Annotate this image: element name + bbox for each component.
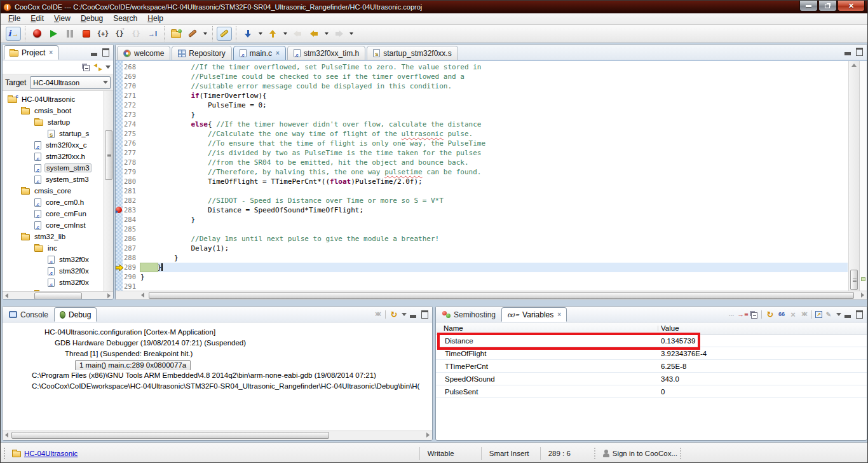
stop-button[interactable] <box>79 27 94 41</box>
tab-variables[interactable]: Variables × <box>501 307 567 322</box>
close-view-icon[interactable]: × <box>557 311 561 318</box>
gutter-cell[interactable] <box>116 205 123 215</box>
maximize-view-button[interactable] <box>854 310 864 319</box>
gutter-cell[interactable] <box>116 215 123 225</box>
column-header-value[interactable]: Value <box>658 324 867 332</box>
collapse-all-icon[interactable] <box>751 312 757 319</box>
variable-row-speedofsound[interactable]: SpeedOfSound343.0 <box>436 373 867 385</box>
gutter-cell[interactable] <box>116 196 123 205</box>
tab-semihosting[interactable]: Semihosting <box>437 307 501 322</box>
code-line-287[interactable]: 287 Delay(1); <box>116 244 848 253</box>
flash-program-button[interactable] <box>185 27 200 41</box>
project-link[interactable]: HC-04Ultrasonic <box>24 450 78 457</box>
line-number[interactable]: 273 <box>123 110 140 120</box>
gutter-cell[interactable] <box>116 110 123 120</box>
remove-all-icon[interactable] <box>799 310 810 319</box>
dropdown-arrow-icon[interactable] <box>349 32 353 35</box>
editor-vscrollbar[interactable] <box>848 61 859 291</box>
gutter-cell[interactable] <box>116 91 123 100</box>
highlight-button[interactable] <box>217 27 232 41</box>
tab-startup-stm32f0xx-s[interactable]: startup_stm32f0xx.s <box>367 46 458 60</box>
maximize-view-button[interactable] <box>100 48 111 57</box>
view-memory-icon[interactable]: 66 <box>776 310 787 319</box>
tree-item-startup[interactable]: startup <box>3 116 113 128</box>
dropdown-arrow-icon[interactable] <box>283 32 287 35</box>
gutter-cell[interactable] <box>116 72 123 81</box>
gutter-cell[interactable] <box>116 244 123 253</box>
code-line-270[interactable]: 270 //suitable error message could be di… <box>116 81 848 91</box>
run-to-line-button[interactable] <box>145 27 160 41</box>
debug-button[interactable] <box>29 27 44 41</box>
code-line-285[interactable]: 285 <box>116 225 848 234</box>
code-line-268[interactable]: 268 //If the timer overflowed, set Pulse… <box>116 62 848 72</box>
open-project-button[interactable] <box>168 27 184 41</box>
sign-in-button[interactable]: Sign in to CooCox... <box>600 443 677 463</box>
forward-button[interactable] <box>331 27 346 41</box>
tree-item-hc-04ultrasonic[interactable]: HC-04Ultrasonic <box>3 93 113 105</box>
tree-item-stm32f0xx-h[interactable]: stm32f0xx.h <box>3 151 113 162</box>
remove-terminated-icon[interactable] <box>373 310 383 319</box>
debug-tree-item[interactable]: C:\CooCox\CoIDE\workspace\HC-04Ultrasoni… <box>3 381 432 392</box>
code-line-289[interactable]: 289 } <box>116 263 848 272</box>
menu-file[interactable]: File <box>3 13 25 24</box>
line-number[interactable]: 280 <box>123 177 140 186</box>
project-tree-hscrollbar[interactable] <box>3 291 113 300</box>
back-disabled-button[interactable] <box>290 27 305 41</box>
code-line-283[interactable]: 283 Distance = SpeedOfSound*TimeOfFlight… <box>116 205 848 215</box>
code-line-281[interactable]: 281 <box>116 186 848 196</box>
gutter-cell[interactable] <box>116 167 123 177</box>
close-tab-icon[interactable]: × <box>276 50 280 57</box>
code-line-275[interactable]: 275 //Calculate the one way time of flig… <box>116 129 848 139</box>
gutter-cell[interactable] <box>116 129 123 139</box>
tree-item-stm32f0x[interactable]: stm32f0x <box>3 265 113 277</box>
close-button[interactable]: ✕ <box>837 1 865 11</box>
debug-tree-item[interactable]: C:\Program Files (x86)\GNU Tools ARM Emb… <box>3 370 432 381</box>
menu-edit[interactable]: Edit <box>25 13 49 24</box>
code-line-269[interactable]: 269 //PulseTime could be checked to see … <box>116 72 848 81</box>
debug-tree-item[interactable]: HC-04Ultrasonic.configuration [Cortex-M … <box>3 327 432 338</box>
tree-item-stm32f0xx-c[interactable]: stm32f0xx_c <box>3 139 113 151</box>
download-code-button[interactable] <box>240 27 255 41</box>
gutter-cell[interactable] <box>116 282 123 291</box>
tree-item-system-stm3[interactable]: system_stm3 <box>3 162 113 174</box>
tab-repository[interactable]: Repository <box>172 46 231 60</box>
edit-icon[interactable]: ✎ <box>824 310 834 319</box>
line-number[interactable]: 286 <box>123 234 140 244</box>
line-number[interactable]: 291 <box>123 282 140 291</box>
variable-row-ttimepercnt[interactable]: TTimePerCnt6.25E-8 <box>436 360 867 373</box>
code-line-273[interactable]: 273 } <box>116 110 848 120</box>
code-line-288[interactable]: 288 } <box>116 253 848 263</box>
dropdown-arrow-icon[interactable] <box>259 32 262 35</box>
gutter-cell[interactable] <box>116 62 123 72</box>
gutter-cell[interactable] <box>116 139 123 148</box>
tree-item-cmsis-boot[interactable]: cmsis_boot <box>3 105 113 116</box>
target-dropdown[interactable]: HC-04Ultrason <box>30 76 111 89</box>
ruler-exec-marker[interactable] <box>861 277 865 281</box>
view-menu-icon[interactable] <box>402 313 407 316</box>
line-number[interactable]: 290 <box>123 272 140 282</box>
line-number[interactable]: 279 <box>123 167 140 177</box>
tab-project[interactable]: Project × <box>4 45 58 60</box>
line-number[interactable]: 287 <box>123 244 140 253</box>
step-return-button[interactable] <box>128 27 144 41</box>
line-number[interactable]: 269 <box>123 72 140 81</box>
code-line-280[interactable]: 280 TimeOfFlight = TTimePerCnt*((float)P… <box>116 177 848 186</box>
code-line-291[interactable]: 291 <box>116 282 848 291</box>
gutter-cell[interactable] <box>116 158 123 167</box>
line-number[interactable]: 283 <box>123 205 140 215</box>
line-number[interactable]: 277 <box>123 148 140 158</box>
new-view-icon[interactable]: ↗ <box>815 311 822 318</box>
code-line-278[interactable]: 278 //from the SR04 to be emitted, hit t… <box>116 158 848 167</box>
step-into-button[interactable] <box>95 27 111 41</box>
line-number[interactable]: 282 <box>123 196 140 205</box>
tree-item-stm32f0x[interactable]: stm32f0x <box>3 254 113 265</box>
breakpoint-icon[interactable] <box>116 207 122 213</box>
gutter-cell[interactable] <box>116 177 123 186</box>
line-number[interactable]: 268 <box>123 62 140 72</box>
maximize-editor-button[interactable] <box>854 47 864 56</box>
gutter-cell[interactable] <box>116 225 123 234</box>
upload-button[interactable] <box>265 27 280 41</box>
step-over-button[interactable] <box>112 27 127 41</box>
variable-row-pulsesent[interactable]: PulseSent0 <box>436 385 867 398</box>
minimize-editor-button[interactable] <box>843 47 853 56</box>
